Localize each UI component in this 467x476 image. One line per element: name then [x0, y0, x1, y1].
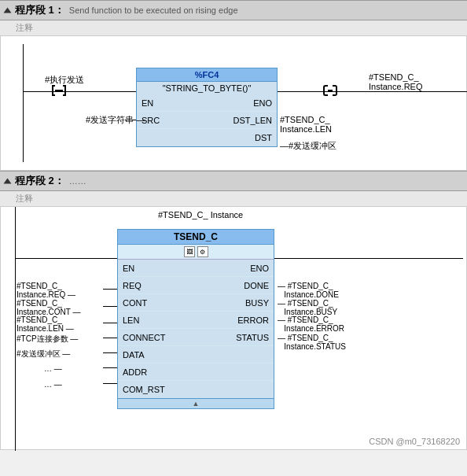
section1-desc: Send function to be executed on rising e…: [69, 6, 238, 15]
port-cont-busy: CONT BUSY: [118, 294, 274, 312]
coil-right: [333, 85, 337, 96]
var-req: #TSEND_C_Instance.REQ —: [17, 282, 75, 299]
addr-rail: [103, 367, 117, 368]
collapse-triangle-2[interactable]: [4, 179, 12, 184]
section2-annotation: 注释: [0, 191, 467, 206]
port-eno-label: ENO: [253, 98, 272, 108]
section2-desc: ……: [69, 176, 86, 186]
len-rail: [103, 323, 117, 323]
section2-ladder: #TSEND_C_ Instance TSEND_C 🖼 ⚙ EN ENO RE…: [0, 206, 467, 450]
contact-exec: [52, 85, 66, 96]
port-en: EN: [123, 264, 134, 273]
port-len-error: LEN ERROR: [118, 312, 274, 329]
dst-len-label: #TSEND_C_Instance.LEN: [280, 115, 332, 134]
port-req: REQ: [123, 281, 142, 290]
port-connect-status: CONNECT STATUS: [118, 329, 274, 346]
func-block-name: "STRING_TO_BYTE()": [137, 82, 277, 94]
port-en-label: EN: [142, 98, 153, 108]
var-error: — #TSEND_C_ Instance.ERROR: [278, 315, 344, 333]
scroll-indicator[interactable]: ▲: [118, 398, 274, 408]
port-data: DATA: [118, 346, 274, 363]
port-status: STATUS: [236, 333, 269, 342]
port-addr: ADDR: [123, 367, 147, 377]
port-cont: CONT: [123, 298, 147, 308]
en-rail: [15, 258, 117, 259]
port-eno: ENO: [250, 264, 269, 273]
connect-rail: [103, 338, 117, 338]
req-in-rail: [103, 289, 117, 290]
contact-right-bracket: [63, 85, 66, 96]
var-cont: #TSEND_C_Instance.CONT —: [17, 299, 81, 316]
port-com-rst: COM_RST: [118, 381, 274, 398]
func-block-address: %FC4: [137, 68, 277, 82]
tsend-icons-row: 🖼 ⚙: [118, 245, 274, 260]
port-dst-len-label: DST_LEN: [233, 116, 272, 125]
req-rail: [335, 91, 467, 92]
tsend-title: TSEND_C: [118, 230, 274, 245]
func-port-src: SRC DST_LEN: [137, 112, 277, 129]
port-req-done: REQ DONE: [118, 277, 274, 294]
port-error: ERROR: [237, 315, 269, 325]
port-en-eno: EN ENO: [118, 260, 274, 277]
func-block-1: %FC4 "STRING_TO_BYTE()" EN ENO SRC DST_L…: [136, 68, 278, 147]
section1-ladder: #执行发送 %FC4 "STRING_TO_BYTE()" EN ENO SRC…: [0, 35, 467, 171]
section2-header: 程序段 2： ……: [0, 171, 467, 191]
left-rail-1: [23, 44, 24, 162]
port-addr: ADDR: [118, 363, 274, 381]
rail-contact-to-block: [68, 91, 138, 92]
collapse-triangle-1[interactable]: [4, 8, 12, 13]
var-done: — #TSEND_C_ Instance.DONE: [278, 282, 339, 299]
port-done: DONE: [244, 281, 269, 290]
port-dst-label: DST: [255, 133, 272, 142]
com-rst-rail: [103, 383, 117, 384]
section2-number: 程序段 2：: [15, 174, 64, 188]
tsend-icon-2[interactable]: ⚙: [197, 246, 208, 257]
scroll-arrow: ▲: [193, 400, 200, 408]
exec-label: #执行发送: [45, 74, 84, 86]
port-com-rst: COM_RST: [123, 385, 165, 394]
var-len: #TSEND_C_Instance.LEN —: [17, 315, 74, 333]
req-label: #TSEND_C_Instance.REQ: [369, 72, 422, 91]
func-port-dst: DST: [137, 129, 277, 146]
port-busy: BUSY: [245, 298, 269, 308]
tsend-icon-1[interactable]: 🖼: [184, 246, 195, 257]
contact-middle: [55, 90, 63, 91]
eno-rail: [278, 91, 325, 92]
port-connect: CONNECT: [123, 333, 165, 342]
cont-rail: [103, 306, 117, 307]
rail-to-contact: [23, 91, 53, 92]
section1-header: 程序段 1： Send function to be executed on r…: [0, 0, 467, 20]
var-addr: … —: [44, 364, 62, 373]
var-status: — #TSEND_C_ Instance.STATUS: [278, 334, 346, 351]
coil-req: [323, 85, 337, 96]
var-connect: #TCP连接参数 —: [17, 334, 78, 345]
right-rail: [274, 258, 463, 259]
left-rail-2: [15, 207, 16, 451]
main-container: 程序段 1： Send function to be executed on r…: [0, 0, 467, 450]
func-port-en: EN ENO: [137, 94, 277, 112]
var-data: #发送缓冲区 —: [17, 349, 70, 360]
dst-label: —#发送缓冲区: [280, 140, 336, 152]
tsend-block: TSEND_C 🖼 ⚙ EN ENO REQ DONE CONT BUSY: [117, 229, 274, 409]
port-data: DATA: [123, 350, 145, 360]
port-len: LEN: [123, 315, 139, 325]
src-rail: [125, 120, 136, 120]
var-com-rst: … —: [44, 380, 62, 389]
section1-number: 程序段 1：: [15, 3, 64, 17]
data-rail: [103, 352, 117, 353]
section1-annotation: 注释: [0, 20, 467, 35]
var-busy: — #TSEND_C_ Instance.BUSY: [278, 299, 337, 316]
instance-label: #TSEND_C_ Instance: [158, 210, 243, 220]
watermark: CSDN @m0_73168220: [369, 437, 460, 446]
